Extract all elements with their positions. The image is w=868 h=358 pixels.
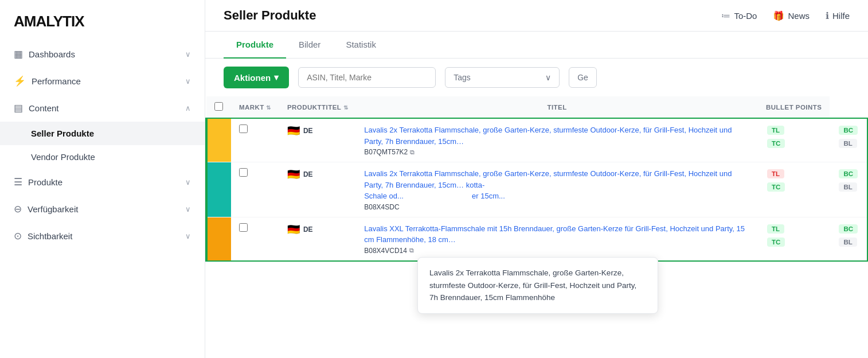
sort-icon[interactable]: ⇅ — [266, 104, 271, 111]
sidebar-item-label: Produkte — [28, 177, 62, 187]
logo: AMALYTIX — [0, 0, 205, 41]
dashboards-icon: ▦ — [14, 48, 23, 60]
row-checkbox[interactable] — [239, 124, 248, 133]
todo-button[interactable]: ≔ To-Do — [721, 10, 757, 21]
badge-bc: BC — [839, 126, 858, 135]
sidebar-item-sichtbarkeit[interactable]: ⊙ Sichtbarkeit ∨ — [0, 223, 205, 250]
table-row: 🇩🇪 DE Lavalis XXL Terrakotta-Flammschale… — [206, 217, 867, 261]
col-titel: TITEL — [356, 96, 758, 118]
col-check — [206, 96, 231, 118]
products-table: MARKT ⇅ PRODUKTTITEL ⇅ TITEL BULLET POIN… — [205, 96, 868, 262]
sidebar-item-label: Content — [29, 103, 59, 113]
aktionen-label: Aktionen — [234, 73, 271, 83]
tab-label: Bilder — [299, 40, 320, 49]
sidebar-item-label: Performance — [32, 76, 81, 86]
chevron-down-icon: ∨ — [185, 205, 191, 213]
row-bar — [206, 118, 231, 162]
sidebar: AMALYTIX ▦ Dashboards ∨ ⚡ Performance ∨ … — [0, 0, 205, 358]
header: Seller Produkte ≔ To-Do 🎁 News ℹ Hilfe — [205, 0, 868, 32]
flag-icon: 🇩🇪 — [287, 223, 300, 236]
flag-icon: 🇩🇪 — [287, 124, 300, 137]
sidebar-item-verfugbarkeit[interactable]: ⊖ Verfügbarkeit ∨ — [0, 196, 205, 223]
chevron-down-icon: ∨ — [185, 77, 191, 85]
aktionen-button[interactable]: Aktionen ▾ — [224, 67, 289, 88]
badge-tc: TC — [767, 182, 785, 192]
main-content: Seller Produkte ≔ To-Do 🎁 News ℹ Hilfe P… — [205, 0, 868, 358]
toolbar: Aktionen ▾ Tags ∨ Ge — [205, 59, 868, 96]
row-bc-badges: BC BL — [830, 118, 867, 162]
row-titel-badges: TL TC — [758, 217, 830, 261]
sidebar-item-produkte[interactable]: ☰ Produkte ∨ — [0, 169, 205, 196]
sidebar-item-label: Sichtbarkeit — [28, 231, 72, 241]
tab-produkte[interactable]: Produkte — [224, 32, 286, 59]
product-asin: B08X4VCD14 ⧉ — [364, 247, 750, 255]
asin-text: B08X4SDC — [364, 203, 399, 211]
markt-label: DE — [303, 127, 313, 135]
verfugbarkeit-icon: ⊖ — [14, 203, 22, 215]
tags-select[interactable]: Tags ∨ — [445, 67, 560, 88]
tooltip-popup: Lavalis 2x Terrakotta Flammschale, große… — [417, 257, 658, 314]
row-bc-badges: BC BL — [830, 162, 867, 217]
chevron-down-icon: ∨ — [185, 232, 191, 240]
row-checkbox-cell — [231, 162, 279, 217]
external-link-icon[interactable]: ⧉ — [410, 149, 415, 156]
news-label: News — [788, 11, 810, 21]
chevron-down-icon: ∨ — [545, 73, 551, 82]
page-title: Seller Produkte — [224, 8, 316, 23]
sidebar-item-content[interactable]: ▤ Content ∧ — [0, 95, 205, 122]
product-title-link[interactable]: Lavalis 2x Terrakotta Flammschale, große… — [364, 168, 750, 202]
chevron-down-icon: ∨ — [185, 178, 191, 186]
row-bar — [206, 217, 231, 261]
tab-bilder[interactable]: Bilder — [286, 32, 333, 59]
badge-tl: TL — [767, 224, 784, 234]
row-title-cell: Lavalis 2x Terrakotta Flammschale, große… — [356, 118, 758, 162]
sort-icon[interactable]: ⇅ — [343, 104, 348, 111]
select-all-checkbox[interactable] — [214, 102, 223, 111]
sichtbarkeit-icon: ⊙ — [14, 230, 22, 242]
sidebar-item-performance[interactable]: ⚡ Performance ∨ — [0, 68, 205, 95]
badge-tc: TC — [767, 139, 785, 148]
sidebar-nav: ▦ Dashboards ∨ ⚡ Performance ∨ ▤ Content… — [0, 41, 205, 358]
external-link-icon[interactable]: ⧉ — [409, 247, 414, 254]
sidebar-item-vendor-produkte[interactable]: Vendor Produkte — [0, 145, 205, 169]
row-titel-badges: TL TC — [758, 162, 830, 217]
sidebar-item-dashboards[interactable]: ▦ Dashboards ∨ — [0, 41, 205, 68]
product-title-link[interactable]: Lavalis 2x Terrakotta Flammschale, große… — [364, 124, 750, 147]
search-input[interactable] — [298, 67, 436, 88]
row-titel-badges: TL TC — [758, 118, 830, 162]
gift-icon: 🎁 — [773, 10, 784, 21]
flag-icon: 🇩🇪 — [287, 168, 300, 181]
row-markt-cell: 🇩🇪 DE — [279, 118, 356, 162]
sidebar-sub-label: Vendor Produkte — [31, 152, 95, 162]
row-checkbox[interactable] — [239, 168, 248, 177]
row-markt-cell: 🇩🇪 DE — [279, 162, 356, 217]
col-markt: MARKT ⇅ — [231, 96, 279, 118]
chevron-down-icon: ▾ — [274, 72, 279, 83]
news-button[interactable]: 🎁 News — [773, 10, 810, 21]
tab-bar: Produkte Bilder Statistik — [205, 32, 868, 59]
row-checkbox-cell — [231, 118, 279, 162]
tooltip-text: Lavalis 2x Terrakotta Flammschale, große… — [429, 268, 636, 302]
badge-bc: BC — [839, 169, 858, 178]
product-asin: B08X4SDC — [364, 203, 750, 211]
row-title-cell: Lavalis XXL Terrakotta-Flammschale mit 1… — [356, 217, 758, 261]
hilfe-button[interactable]: ℹ Hilfe — [826, 10, 850, 21]
badge-bl: BL — [839, 182, 857, 192]
col-bullet-points: BULLET POINTS — [758, 96, 830, 118]
row-bc-badges: BC BL — [830, 217, 867, 261]
markt-label: DE — [303, 225, 313, 234]
ge-filter[interactable]: Ge — [569, 67, 597, 88]
product-title-link[interactable]: Lavalis XXL Terrakotta-Flammschale mit 1… — [364, 223, 750, 246]
table-row: 🇩🇪 DE Lavalis 2x Terrakotta Flammschale,… — [206, 118, 867, 162]
sidebar-item-seller-produkte[interactable]: Seller Produkte — [0, 122, 205, 145]
tab-statistik[interactable]: Statistik — [333, 32, 389, 59]
col-produkttitel: PRODUKTTITEL ⇅ — [279, 96, 356, 118]
row-checkbox[interactable] — [239, 223, 248, 232]
product-asin: B07QMT57K2 ⧉ — [364, 148, 750, 156]
performance-icon: ⚡ — [14, 75, 26, 87]
sidebar-item-label: Dashboards — [29, 49, 75, 59]
badge-tl: TL — [767, 126, 784, 135]
hilfe-label: Hilfe — [832, 11, 850, 21]
todo-icon: ≔ — [721, 10, 730, 21]
badge-tl: TL — [767, 169, 784, 178]
